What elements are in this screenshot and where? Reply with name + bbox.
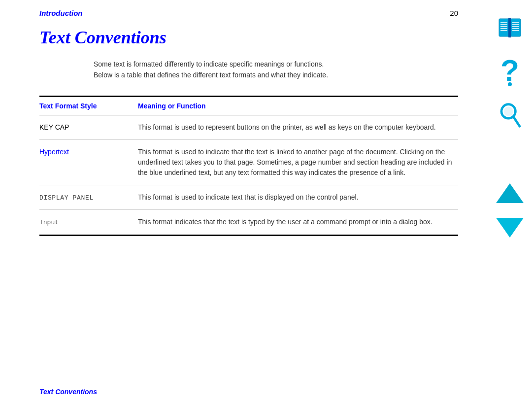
book-icon[interactable] [497,15,523,40]
table-row: DISPLAY PANELThis format is used to indi… [39,185,458,210]
description-cell: This format is used to indicate that the… [138,139,458,185]
sidebar: ? [488,0,532,411]
input-style-text: Input [39,219,59,226]
arrow-up-icon[interactable] [496,183,524,203]
page-container: Introduction 20 Text Conventions Some te… [0,0,532,411]
table-row: KEY CAPThis format is used to represent … [39,115,458,139]
style-cell: DISPLAY PANEL [39,185,138,210]
svg-point-14 [508,82,512,86]
description-cell: This format is used to represent buttons… [138,115,458,139]
arrow-up-shape [496,183,524,203]
arrow-down-shape [496,218,524,238]
hypertext-link[interactable]: Hypertext [39,148,69,156]
description-cell: This format is used to indicate text tha… [138,185,458,210]
table-header-row: Text Format Style Meaning or Function [39,96,458,115]
conventions-table: Text Format Style Meaning or Function KE… [39,96,458,236]
chapter-title: Introduction [39,9,82,17]
svg-line-17 [514,117,520,126]
page-number: 20 [450,9,458,17]
style-cell: Input [39,210,138,236]
table-row: InputThis format indicates that the text… [39,210,458,236]
description-cell: This format indicates that the text is t… [138,210,458,236]
intro-line1: Some text is formatted differently to in… [94,60,324,68]
page-title: Text Conventions [39,27,458,48]
style-cell: KEY CAP [39,115,138,139]
page-header: Introduction 20 [39,0,458,22]
footer-title: Text Conventions [39,388,97,396]
intro-paragraph: Some text is formatted differently to in… [94,59,458,81]
main-content: Introduction 20 Text Conventions Some te… [0,0,488,411]
col1-header: Text Format Style [39,96,138,115]
magnifier-icon[interactable] [498,102,522,129]
page-footer: Text Conventions [39,387,97,396]
arrow-down-icon[interactable] [496,218,524,238]
keycap-text: KEY CAP [39,123,69,131]
svg-rect-1 [511,19,521,36]
table-row: HypertextThis format is used to indicate… [39,139,458,185]
display-panel-text: DISPLAY PANEL [39,194,94,202]
intro-line2: Below is a table that defines the differ… [94,71,328,79]
svg-rect-0 [499,19,509,36]
col2-header: Meaning or Function [138,96,458,115]
question-icon[interactable]: ? [498,55,522,87]
svg-point-16 [504,106,513,116]
svg-rect-2 [508,18,511,37]
style-cell[interactable]: Hypertext [39,139,138,185]
